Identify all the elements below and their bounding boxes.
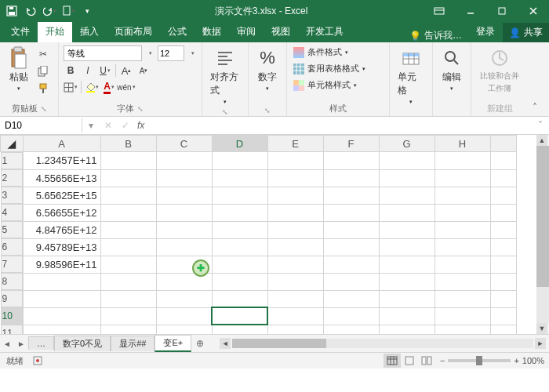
cell[interactable]: [23, 307, 100, 325]
cell[interactable]: [100, 187, 156, 204]
tab-data[interactable]: 数据: [195, 22, 229, 42]
tab-home[interactable]: 开始: [38, 22, 72, 42]
row-header[interactable]: 6: [1, 238, 23, 256]
cell[interactable]: [323, 256, 379, 273]
font-launcher-icon[interactable]: ⤡: [137, 105, 144, 113]
sheet-nav-prev[interactable]: ◄: [0, 339, 14, 348]
cell[interactable]: [490, 204, 516, 221]
cell[interactable]: [267, 325, 323, 334]
font-size-input[interactable]: [158, 45, 184, 61]
cell[interactable]: [490, 221, 516, 238]
tab-layout[interactable]: 页面布局: [107, 22, 160, 42]
cell[interactable]: [490, 187, 516, 204]
cell[interactable]: [434, 221, 490, 238]
format-painter-icon[interactable]: [36, 82, 50, 96]
cell[interactable]: [212, 273, 267, 290]
cell[interactable]: [490, 290, 516, 307]
cell[interactable]: 5.65625E+15: [23, 187, 100, 204]
cell[interactable]: [490, 307, 516, 325]
cell[interactable]: [100, 204, 156, 221]
cell[interactable]: [23, 290, 100, 307]
cell[interactable]: [434, 307, 490, 325]
cell[interactable]: [490, 325, 516, 334]
cell[interactable]: [379, 273, 434, 290]
cell[interactable]: [267, 152, 323, 170]
spreadsheet-grid[interactable]: ◢ A B C D E F G H 11.23457E+11 24.55656E…: [0, 135, 517, 334]
cell[interactable]: [100, 169, 156, 187]
col-header[interactable]: A: [23, 136, 100, 152]
edit-button[interactable]: 编辑▾: [438, 45, 466, 93]
macro-record-icon[interactable]: [30, 356, 45, 365]
row-header[interactable]: 3: [1, 187, 23, 204]
scroll-left-button[interactable]: ◄: [220, 338, 231, 349]
cell[interactable]: [323, 325, 379, 334]
phonetic-button[interactable]: wén: [119, 80, 133, 94]
cell[interactable]: [156, 290, 212, 307]
cell[interactable]: [100, 290, 156, 307]
cell[interactable]: [379, 325, 434, 334]
cell[interactable]: [323, 204, 379, 221]
collapse-ribbon-icon[interactable]: ˄: [533, 102, 537, 113]
cell-selected[interactable]: [212, 307, 267, 325]
col-header[interactable]: C: [156, 136, 212, 152]
cell[interactable]: [434, 290, 490, 307]
font-color-button[interactable]: A: [102, 80, 116, 94]
formula-bar-input[interactable]: [147, 118, 532, 132]
cell[interactable]: [379, 238, 434, 256]
sheet-tab-active[interactable]: 变E+: [155, 335, 191, 352]
cell[interactable]: [323, 273, 379, 290]
zoom-slider[interactable]: [448, 359, 511, 362]
tab-dev[interactable]: 开发工具: [298, 22, 351, 42]
cell[interactable]: 4.55656E+13: [23, 169, 100, 187]
col-header[interactable]: F: [323, 136, 379, 152]
cell[interactable]: [100, 307, 156, 325]
cell[interactable]: [490, 256, 516, 273]
undo-icon[interactable]: [22, 2, 39, 20]
col-header[interactable]: G: [379, 136, 434, 152]
cell[interactable]: [156, 325, 212, 334]
cell[interactable]: 6.56655E+12: [23, 204, 100, 221]
fx-icon[interactable]: fx: [134, 120, 147, 131]
cell[interactable]: [100, 152, 156, 170]
expand-formula-bar-icon[interactable]: ˅: [532, 120, 549, 131]
zoom-level[interactable]: 100%: [522, 356, 544, 365]
alignment-button[interactable]: 对齐方式▾: [207, 45, 243, 107]
login-button[interactable]: 登录: [468, 22, 503, 42]
cell[interactable]: [212, 204, 267, 221]
share-button[interactable]: 👤共享: [503, 23, 549, 42]
col-header[interactable]: H: [434, 136, 490, 152]
cell[interactable]: [434, 238, 490, 256]
col-header[interactable]: B: [100, 136, 156, 152]
cell[interactable]: [323, 169, 379, 187]
cell[interactable]: [212, 187, 267, 204]
bold-button[interactable]: B: [64, 64, 78, 78]
cell[interactable]: [156, 307, 212, 325]
new-sheet-icon[interactable]: [60, 2, 77, 20]
name-box-dropdown[interactable]: ▾: [82, 120, 100, 131]
vscroll-track[interactable]: [536, 146, 549, 323]
cell[interactable]: [323, 238, 379, 256]
cell[interactable]: [212, 169, 267, 187]
cell[interactable]: [100, 256, 156, 273]
hscroll-track[interactable]: [232, 339, 533, 348]
cell[interactable]: [379, 256, 434, 273]
cell[interactable]: [23, 273, 100, 290]
cell[interactable]: [23, 325, 100, 334]
close-icon[interactable]: [518, 0, 549, 22]
scroll-up-button[interactable]: ▲: [536, 135, 547, 146]
cell[interactable]: [323, 307, 379, 325]
row-header[interactable]: 10: [1, 307, 23, 325]
cell[interactable]: [267, 290, 323, 307]
align-launcher-icon[interactable]: ⤡: [222, 108, 228, 116]
zoom-thumb[interactable]: [476, 356, 482, 365]
font-name-input[interactable]: [64, 45, 142, 61]
row-header[interactable]: 11: [1, 325, 23, 334]
sheet-tab[interactable]: 数字0不见: [54, 336, 111, 351]
cell[interactable]: [490, 273, 516, 290]
number-format-button[interactable]: % 数字▾: [253, 45, 282, 93]
row-header[interactable]: 1: [1, 152, 23, 169]
cell[interactable]: [212, 325, 267, 334]
cell[interactable]: 1.23457E+11: [23, 152, 100, 170]
underline-button[interactable]: U: [98, 64, 112, 78]
cell[interactable]: [156, 221, 212, 238]
